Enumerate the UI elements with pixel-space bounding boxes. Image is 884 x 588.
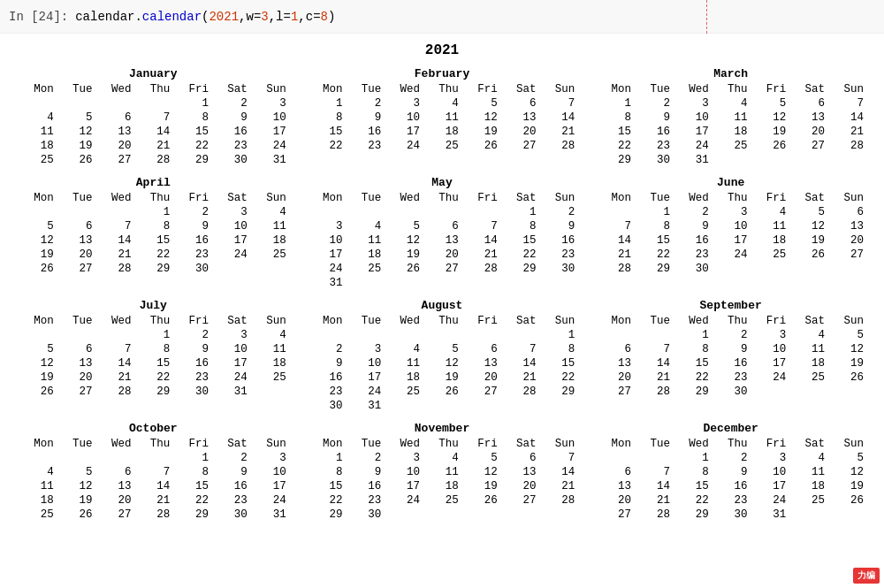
table-row: 123456 — [595, 205, 866, 219]
table-cell: 15 — [133, 233, 172, 248]
table-row: 891011121314 — [307, 111, 578, 125]
table-cell: 23 — [307, 385, 346, 399]
table-cell — [18, 328, 57, 342]
table-row: 12131415161718 — [18, 356, 289, 370]
table-cell: 17 — [250, 479, 289, 493]
month-title-may: May — [307, 176, 578, 189]
table-cell: 9 — [172, 342, 211, 356]
table-cell: 2 — [712, 328, 751, 342]
col-header-mon: Mon — [595, 314, 634, 328]
table-cell: 5 — [57, 465, 95, 479]
month-table-august: MonTueWedThuFriSatSun1234567891011121314… — [307, 314, 578, 413]
table-cell: 3 — [751, 328, 789, 342]
table-cell: 13 — [423, 233, 461, 248]
table-cell: 23 — [345, 139, 384, 153]
table-cell: 29 — [634, 262, 673, 276]
col-header-sat: Sat — [211, 437, 250, 451]
table-cell: 11 — [712, 111, 751, 125]
table-cell: 29 — [500, 262, 539, 276]
col-header-sat: Sat — [211, 314, 250, 328]
col-header-mon: Mon — [307, 314, 346, 328]
table-cell: 3 — [307, 219, 346, 233]
table-cell: 14 — [538, 465, 577, 479]
table-cell: 18 — [18, 493, 57, 508]
table-cell: 19 — [57, 139, 95, 153]
table-cell: 12 — [827, 342, 866, 356]
table-row: 12345 — [595, 328, 866, 342]
table-cell: 18 — [18, 139, 57, 153]
table-row: 15161718192021 — [307, 479, 578, 493]
table-row: 567891011 — [18, 342, 289, 356]
table-row: 20212223242526 — [595, 493, 866, 508]
col-header-fri: Fri — [172, 82, 211, 96]
table-cell: 8 — [133, 342, 172, 356]
table-cell: 17 — [751, 356, 789, 370]
table-row: 31 — [307, 276, 578, 290]
table-cell: 19 — [751, 125, 789, 139]
table-cell: 21 — [95, 370, 134, 385]
table-cell: 13 — [461, 356, 500, 370]
table-cell: 14 — [827, 111, 866, 125]
table-cell: 28 — [595, 262, 634, 276]
col-header-sat: Sat — [211, 191, 250, 205]
table-cell: 7 — [133, 465, 172, 479]
table-row: 2627282930 — [18, 262, 289, 276]
table-cell: 8 — [500, 219, 539, 233]
table-cell: 6 — [827, 205, 866, 219]
table-cell: 29 — [133, 262, 172, 276]
table-cell: 24 — [211, 370, 250, 385]
table-cell: 2 — [345, 451, 384, 465]
table-row: 3031 — [307, 399, 578, 413]
table-cell: 31 — [751, 508, 789, 522]
table-cell: 29 — [538, 385, 577, 399]
table-cell — [95, 328, 134, 342]
table-cell: 22 — [500, 248, 539, 262]
month-title-june: June — [595, 176, 866, 189]
table-cell: 4 — [789, 328, 827, 342]
table-row: 2345678 — [307, 342, 578, 356]
table-cell — [500, 328, 539, 342]
table-cell: 30 — [172, 385, 211, 399]
table-cell: 19 — [18, 248, 57, 262]
table-cell: 10 — [307, 233, 346, 248]
table-cell: 6 — [789, 96, 827, 111]
table-cell: 14 — [634, 479, 673, 493]
table-cell: 26 — [57, 153, 95, 167]
table-cell: 9 — [634, 111, 673, 125]
table-row: 19202122232425 — [18, 370, 289, 385]
col-header-sun: Sun — [538, 191, 577, 205]
col-header-sun: Sun — [827, 191, 866, 205]
table-cell: 24 — [211, 248, 250, 262]
table-cell: 13 — [827, 219, 866, 233]
table-cell: 2 — [673, 205, 712, 219]
table-cell: 31 — [673, 153, 712, 167]
table-cell: 15 — [634, 233, 673, 248]
table-cell: 6 — [57, 219, 95, 233]
table-cell: 29 — [307, 508, 346, 522]
table-cell: 21 — [133, 139, 172, 153]
table-cell: 26 — [751, 139, 789, 153]
table-row: 20212223242526 — [595, 370, 866, 385]
table-cell: 13 — [789, 111, 827, 125]
table-cell: 8 — [595, 111, 634, 125]
table-cell — [307, 205, 346, 219]
table-cell: 4 — [789, 451, 827, 465]
month-block-october: OctoberMonTueWedThuFriSatSun123456789101… — [18, 422, 289, 522]
table-cell: 19 — [423, 370, 461, 385]
table-cell: 28 — [133, 153, 172, 167]
table-cell: 25 — [18, 153, 57, 167]
table-cell — [95, 96, 134, 111]
table-cell: 27 — [57, 262, 95, 276]
table-cell: 11 — [384, 356, 423, 370]
table-cell: 29 — [172, 508, 211, 522]
table-cell: 15 — [500, 233, 539, 248]
month-block-november: NovemberMonTueWedThuFriSatSun12345678910… — [307, 422, 578, 522]
table-row: 12345 — [595, 451, 866, 465]
table-cell — [461, 399, 500, 413]
table-cell: 27 — [789, 139, 827, 153]
table-cell: 10 — [751, 342, 789, 356]
col-header-thu: Thu — [423, 82, 461, 96]
col-header-tue: Tue — [345, 82, 384, 96]
table-cell: 13 — [95, 125, 134, 139]
table-row: 3456789 — [307, 219, 578, 233]
